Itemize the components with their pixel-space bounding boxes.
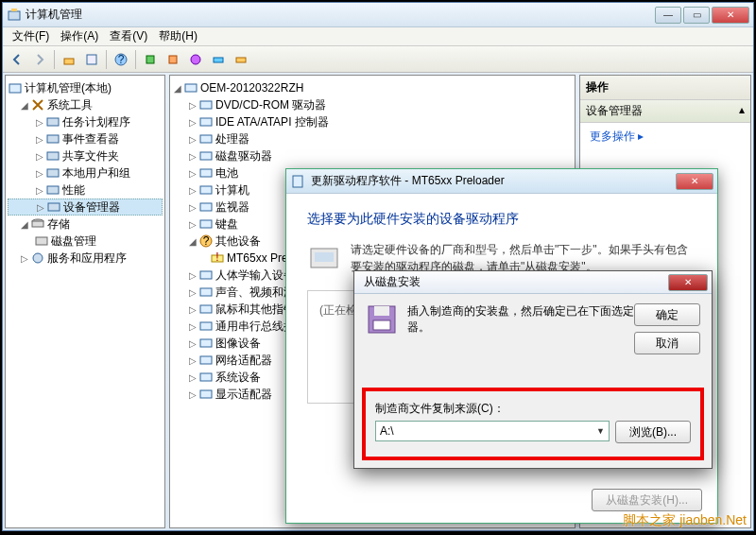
- chevron-up-icon: ▴: [739, 103, 745, 119]
- svg-rect-23: [200, 101, 212, 109]
- maximize-button[interactable]: ▭: [683, 7, 710, 24]
- svg-rect-29: [200, 203, 212, 211]
- dm-root[interactable]: ◢OEM-20120322RZH: [172, 79, 573, 96]
- tree-root[interactable]: 计算机管理(本地): [8, 79, 163, 96]
- disk-close-button[interactable]: ✕: [668, 274, 708, 291]
- wizard-icon: [290, 174, 305, 189]
- app-icon: [7, 8, 22, 23]
- toolbar: ?: [3, 46, 753, 73]
- menu-help[interactable]: 帮助(H): [153, 26, 203, 46]
- svg-point-8: [191, 55, 200, 64]
- tb-icon-3[interactable]: [185, 49, 206, 70]
- svg-rect-45: [315, 252, 334, 262]
- svg-rect-7: [169, 56, 177, 63]
- svg-rect-26: [200, 152, 212, 160]
- source-combobox[interactable]: A:\ ▼: [375, 421, 610, 441]
- svg-rect-1: [11, 9, 17, 11]
- tree-item[interactable]: ▷事件查看器: [8, 130, 163, 147]
- svg-rect-27: [200, 169, 212, 177]
- install-from-disk-dialog: 从磁盘安装 ✕ 插入制造商的安装盘，然后确定已在下面选定正确的驱动器。 确定 取…: [353, 270, 713, 469]
- tree-item[interactable]: ▷本地用户和组: [8, 164, 163, 181]
- tb-icon-2[interactable]: [163, 49, 183, 70]
- svg-rect-47: [374, 306, 389, 316]
- svg-rect-20: [36, 237, 47, 245]
- minimize-button[interactable]: —: [655, 7, 681, 24]
- svg-rect-14: [47, 152, 59, 160]
- back-button[interactable]: [7, 49, 27, 70]
- device-node[interactable]: ▷磁盘驱动器: [172, 147, 573, 164]
- chevron-right-icon: ▸: [638, 129, 644, 143]
- svg-text:!: !: [215, 250, 218, 264]
- device-node[interactable]: ▷处理器: [172, 130, 573, 147]
- wizard-close-button[interactable]: ✕: [676, 173, 713, 190]
- menu-action[interactable]: 操作(A): [55, 26, 104, 46]
- device-icon: [307, 241, 341, 275]
- menubar: 文件(F) 操作(A) 查看(V) 帮助(H): [3, 27, 753, 46]
- help-button[interactable]: ?: [111, 49, 131, 70]
- disk-body: 插入制造商的安装盘，然后确定已在下面选定正确的驱动器。 确定 取消 制造商文件复…: [354, 294, 712, 468]
- svg-rect-2: [64, 59, 74, 64]
- scope-pane[interactable]: 计算机管理(本地) ◢系统工具 ▷任务计划程序▷事件查看器▷共享文件夹▷本地用户…: [5, 75, 165, 528]
- svg-text:?: ?: [118, 53, 125, 66]
- svg-rect-35: [200, 271, 212, 279]
- svg-rect-11: [9, 84, 21, 93]
- up-button[interactable]: [59, 49, 79, 70]
- window-buttons: — ▭ ✕: [655, 7, 749, 24]
- wizard-heading: 选择要为此硬件安装的设备驱动程序: [307, 211, 696, 228]
- cancel-button[interactable]: 取消: [634, 332, 700, 354]
- svg-rect-13: [47, 135, 59, 143]
- tree-item[interactable]: ▷任务计划程序: [8, 113, 163, 130]
- scope-tree: 计算机管理(本地) ◢系统工具 ▷任务计划程序▷事件查看器▷共享文件夹▷本地用户…: [6, 76, 164, 270]
- install-from-disk-button[interactable]: 从磁盘安装(H)...: [592, 489, 702, 511]
- svg-rect-40: [200, 356, 212, 364]
- svg-rect-3: [87, 55, 96, 64]
- svg-rect-19: [32, 221, 43, 227]
- ok-button[interactable]: 确定: [634, 303, 700, 326]
- disk-titlebar[interactable]: 从磁盘安装 ✕: [354, 271, 712, 294]
- dropdown-icon: ▼: [596, 426, 605, 436]
- forward-button[interactable]: [29, 49, 50, 70]
- watermark: 脚本之家 jiaoben.Net: [623, 512, 747, 529]
- svg-rect-10: [236, 58, 246, 62]
- svg-rect-6: [146, 56, 154, 63]
- main-titlebar[interactable]: 计算机管理 — ▭ ✕: [3, 3, 753, 27]
- menu-view[interactable]: 查看(V): [104, 26, 153, 46]
- tree-systools[interactable]: ◢系统工具: [8, 96, 163, 113]
- svg-rect-38: [200, 322, 212, 330]
- source-highlight: 制造商文件复制来源(C)： A:\ ▼ 浏览(B)...: [362, 388, 704, 460]
- tree-storage[interactable]: ◢存储: [8, 216, 163, 233]
- floppy-icon: [366, 303, 398, 336]
- svg-rect-0: [9, 11, 20, 20]
- svg-rect-12: [47, 118, 59, 126]
- tree-item[interactable]: 磁盘管理: [8, 233, 163, 250]
- tb-icon-4[interactable]: [208, 49, 229, 70]
- tree-item[interactable]: ▷设备管理器: [8, 198, 163, 216]
- close-button[interactable]: ✕: [712, 7, 749, 24]
- tree-item[interactable]: ▷共享文件夹: [8, 147, 163, 164]
- source-value: A:\: [380, 424, 394, 438]
- device-node[interactable]: ▷DVD/CD-ROM 驱动器: [172, 96, 573, 113]
- svg-rect-15: [47, 169, 59, 177]
- tree-services[interactable]: ▷服务和应用程序: [8, 250, 163, 267]
- svg-rect-9: [214, 58, 223, 62]
- device-node[interactable]: ▷IDE ATA/ATAPI 控制器: [172, 113, 573, 130]
- more-actions-link[interactable]: 更多操作 ▸: [580, 123, 750, 150]
- tree-item[interactable]: ▷性能: [8, 181, 163, 198]
- tb-icon-1[interactable]: [140, 49, 161, 70]
- properties-button[interactable]: [81, 49, 102, 70]
- browse-button[interactable]: 浏览(B)...: [615, 421, 691, 443]
- actions-header: 操作: [580, 76, 750, 100]
- svg-rect-30: [200, 220, 212, 228]
- actions-section[interactable]: 设备管理器▴: [580, 100, 750, 123]
- svg-rect-16: [47, 186, 59, 194]
- menu-file[interactable]: 文件(F): [7, 26, 55, 46]
- svg-rect-36: [200, 288, 212, 296]
- disk-title: 从磁盘安装: [358, 274, 668, 290]
- svg-rect-48: [373, 320, 390, 330]
- source-label: 制造商文件复制来源(C)：: [375, 401, 691, 417]
- svg-rect-22: [185, 84, 197, 92]
- tb-icon-5[interactable]: [231, 49, 251, 70]
- svg-rect-17: [48, 203, 60, 211]
- wizard-titlebar[interactable]: 更新驱动程序软件 - MT65xx Preloader ✕: [286, 169, 717, 194]
- svg-rect-39: [200, 339, 212, 347]
